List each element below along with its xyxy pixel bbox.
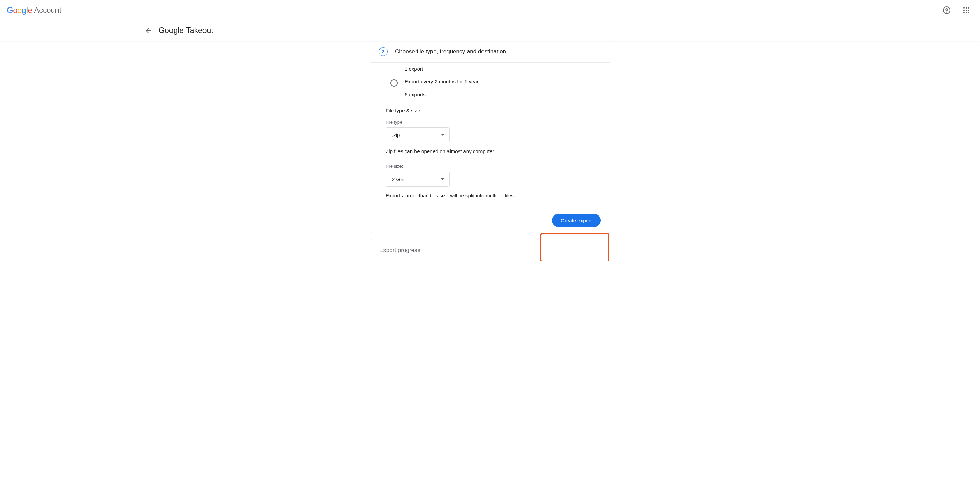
content-area: Send download link via email When your f… (0, 41, 980, 261)
svg-point-1 (947, 12, 947, 12)
apps-grid-icon[interactable] (959, 3, 973, 17)
file-size-dropdown[interactable]: 2 GB (385, 172, 450, 186)
step-title: Choose file type, frequency and destinat… (395, 48, 506, 55)
card-footer: Create export (370, 207, 610, 234)
page-title: Google Takeout (159, 26, 213, 35)
option2-count: 6 exports (404, 92, 595, 97)
svg-point-9 (966, 12, 967, 13)
option2-label: Export every 2 months for 1 year (404, 79, 479, 84)
create-export-button[interactable]: Create export (552, 214, 601, 227)
option1-count: 1 export (404, 66, 595, 72)
card-body: 1 export Export every 2 months for 1 yea… (370, 66, 610, 199)
file-type-help: Zip files can be opened on almost any co… (385, 148, 595, 154)
filetype-section-title: File type & size (385, 108, 595, 113)
file-size-help: Exports larger than this size will be sp… (385, 193, 595, 199)
step-number-badge: 2 (379, 47, 388, 56)
account-label: Account (34, 6, 61, 14)
main-card: 2 Choose file type, frequency and destin… (369, 41, 611, 234)
chevron-down-icon (441, 178, 444, 180)
top-header: Google Account (0, 0, 980, 21)
svg-point-4 (968, 7, 969, 8)
svg-point-5 (963, 10, 965, 11)
back-button[interactable] (142, 24, 155, 37)
svg-point-3 (966, 7, 967, 8)
logo-section: Google Account (7, 5, 61, 15)
header-icons (940, 3, 973, 17)
help-icon[interactable] (940, 3, 953, 17)
svg-point-7 (968, 10, 969, 11)
svg-point-8 (963, 12, 965, 13)
file-type-dropdown[interactable]: .zip (385, 127, 450, 142)
svg-point-6 (966, 10, 967, 11)
step-header: 2 Choose file type, frequency and destin… (370, 41, 610, 63)
radio-circle-icon[interactable] (390, 79, 398, 87)
radio-option-2[interactable]: Export every 2 months for 1 year (385, 79, 595, 87)
file-size-label: File size: (385, 164, 595, 169)
google-logo[interactable]: Google (7, 5, 32, 15)
svg-point-10 (968, 12, 969, 13)
svg-point-2 (963, 7, 965, 8)
chevron-down-icon (441, 134, 444, 136)
progress-title: Export progress (379, 247, 601, 253)
file-size-value: 2 GB (392, 176, 404, 182)
file-type-label: File type: (385, 119, 595, 124)
sub-header: Google Takeout (0, 21, 980, 41)
file-type-value: .zip (392, 132, 400, 138)
progress-card: Export progress (369, 239, 611, 261)
